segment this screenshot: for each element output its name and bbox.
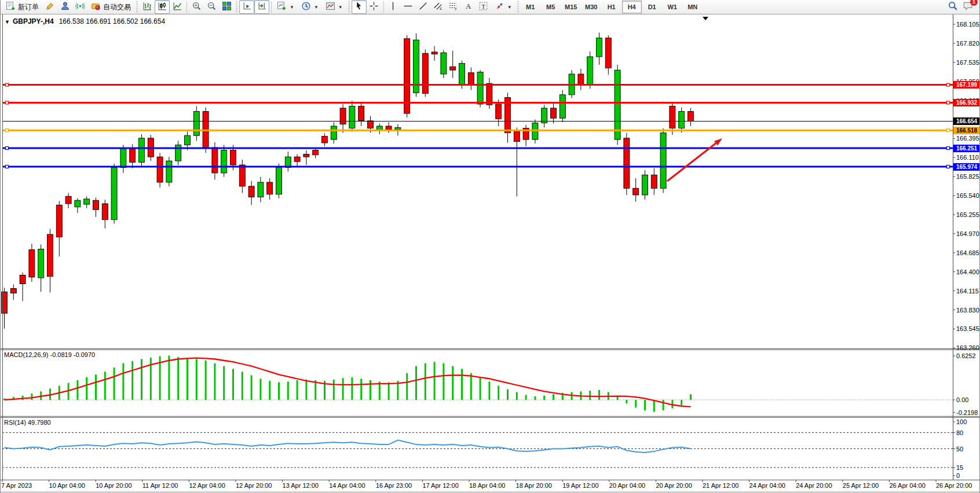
new-order-button[interactable]: 新订单 bbox=[2, 1, 42, 13]
cursor-button[interactable] bbox=[352, 0, 367, 14]
crosshair-icon bbox=[369, 1, 379, 13]
toolbar-drag-handle[interactable] bbox=[236, 1, 237, 13]
candlesticks-button[interactable] bbox=[155, 0, 170, 14]
signals-button[interactable] bbox=[72, 0, 87, 14]
rsi-tick-label: 80 bbox=[956, 429, 963, 436]
template-icon bbox=[326, 1, 335, 13]
time-tick-label: 13 Apr 12:00 bbox=[283, 482, 319, 489]
trendline-button[interactable] bbox=[416, 0, 431, 14]
price-chip: 167.199 bbox=[953, 81, 980, 89]
fibonacci-button[interactable]: F bbox=[446, 0, 461, 14]
highlighter-button[interactable] bbox=[42, 0, 57, 14]
highlighter-icon bbox=[45, 1, 55, 13]
time-tick-label: 16 Apr 23:00 bbox=[376, 482, 412, 489]
time-tick-label: 10 Apr 04:00 bbox=[49, 482, 85, 489]
price-chip: 166.654 bbox=[953, 117, 980, 125]
horizontal-line-icon bbox=[403, 1, 413, 13]
timeframe-M1[interactable]: M1 bbox=[521, 1, 540, 13]
timeframe-M30[interactable]: M30 bbox=[582, 1, 601, 13]
fibonacci-icon: F bbox=[448, 1, 458, 13]
timeframe-D1[interactable]: D1 bbox=[642, 1, 662, 13]
price-tick-label: 165.825 bbox=[956, 173, 979, 180]
price-tick-label: 165.255 bbox=[956, 211, 979, 218]
timeframe-M5[interactable]: M5 bbox=[541, 1, 561, 13]
search-button[interactable] bbox=[945, 0, 960, 14]
chart-shift-icon bbox=[257, 1, 267, 13]
arrows-icon bbox=[495, 1, 504, 13]
price-tick-label: 164.115 bbox=[956, 288, 979, 295]
chart-canvas[interactable] bbox=[0, 0, 980, 493]
price-tick-label: 164.970 bbox=[956, 230, 979, 237]
text-label-button[interactable]: T bbox=[476, 0, 491, 14]
window-left-edge bbox=[0, 0, 1, 493]
chevron-down-icon: ▼ bbox=[290, 5, 294, 10]
signals-icon bbox=[75, 1, 85, 13]
svg-text:E: E bbox=[440, 7, 442, 10]
arrows-button[interactable]: ▼ bbox=[491, 1, 515, 13]
price-chip: 165.974 bbox=[953, 163, 980, 171]
horizontal-line-button[interactable] bbox=[401, 0, 416, 14]
vertical-line-button[interactable] bbox=[386, 0, 401, 14]
svg-text:F: F bbox=[455, 7, 457, 10]
channel-icon: E bbox=[433, 1, 443, 13]
zoom-out-button[interactable] bbox=[204, 0, 219, 14]
time-tick-label: 20 Apr 04:00 bbox=[609, 482, 645, 489]
metatrader-window: { "toolbar": { "new_order_label": "新订单",… bbox=[0, 0, 980, 493]
price-chip: 166.251 bbox=[953, 145, 980, 152]
time-tick-label: 21 Apr 12:00 bbox=[703, 482, 738, 489]
notifications-button[interactable]: 1 bbox=[960, 0, 975, 14]
line-chart-icon bbox=[173, 1, 182, 13]
channel-button[interactable]: E bbox=[431, 0, 446, 14]
chart-shift-button[interactable] bbox=[254, 0, 269, 14]
time-tick-label: 19 Apr 12:00 bbox=[562, 482, 598, 489]
price-tick-label: 164.685 bbox=[956, 249, 979, 256]
price-tick-label: 167.535 bbox=[956, 59, 979, 66]
toolbar-drag-handle[interactable] bbox=[348, 1, 350, 13]
toolbar-drag-handle[interactable] bbox=[136, 1, 138, 13]
timeframe-MN[interactable]: MN bbox=[683, 1, 703, 13]
ohlc-bars-button[interactable] bbox=[140, 0, 155, 14]
tile-windows-button[interactable] bbox=[219, 0, 234, 14]
search-icon bbox=[948, 1, 958, 13]
chart-shift-marker[interactable] bbox=[703, 17, 708, 20]
auto-trading-button[interactable]: 自动交易 bbox=[87, 1, 134, 13]
rsi-tick-label: 100 bbox=[956, 418, 967, 425]
crosshair-button[interactable] bbox=[367, 0, 382, 14]
line-chart-button[interactable] bbox=[170, 0, 185, 14]
price-tick-label: 165.540 bbox=[956, 192, 979, 199]
toolbar-drag-handle[interactable] bbox=[517, 1, 519, 13]
zoom-in-button[interactable] bbox=[189, 0, 204, 14]
price-tick-label: 163.545 bbox=[956, 325, 979, 332]
profile-icon bbox=[60, 1, 70, 13]
text-button[interactable]: A bbox=[461, 0, 476, 14]
candlesticks-icon bbox=[158, 1, 167, 13]
notification-badge: 1 bbox=[970, 0, 978, 6]
profile-button[interactable] bbox=[57, 0, 72, 14]
new-chart-icon bbox=[277, 1, 287, 13]
timeframe-W1[interactable]: W1 bbox=[663, 1, 682, 13]
rsi-tick-label: 15 bbox=[956, 464, 963, 471]
time-tick-label: 26 Apr 20:00 bbox=[936, 482, 972, 489]
period-button[interactable]: ▼ bbox=[298, 1, 322, 13]
timeframe-M15[interactable]: M15 bbox=[561, 1, 581, 13]
ohlc-bars-icon bbox=[142, 1, 152, 13]
timeframe-H1[interactable]: H1 bbox=[602, 1, 621, 13]
time-tick-label: 17 Apr 12:00 bbox=[422, 482, 458, 489]
timeframe-H4[interactable]: H4 bbox=[622, 1, 642, 13]
chart-dropdown-icon[interactable]: ▼ bbox=[5, 19, 10, 25]
rsi-tick-label: 50 bbox=[956, 446, 963, 452]
rsi-tick-label: 0 bbox=[956, 472, 960, 479]
price-tick-label: 166.110 bbox=[956, 154, 979, 161]
template-button[interactable]: ▼ bbox=[322, 1, 346, 13]
price-tick-label: 163.830 bbox=[956, 307, 979, 314]
new-chart-button[interactable]: ▼ bbox=[273, 1, 298, 13]
auto-scroll-button[interactable] bbox=[239, 0, 254, 14]
macd-label: MACD(12,26,9) -0.0819 -0.0970 bbox=[4, 351, 95, 358]
rsi-line bbox=[5, 440, 691, 452]
rsi-label: RSI(14) 49.7980 bbox=[4, 419, 51, 426]
macd-signal-line bbox=[5, 358, 691, 407]
time-tick-label: 26 Apr 04:00 bbox=[889, 482, 925, 489]
text-label-icon: T bbox=[478, 1, 488, 13]
macd-tick-label: 0.00 bbox=[956, 396, 968, 403]
price-tick-label: 168.105 bbox=[956, 21, 979, 28]
